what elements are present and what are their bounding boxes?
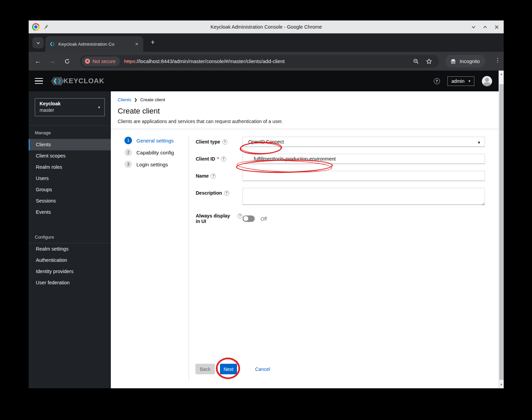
zoom-out-icon[interactable] bbox=[411, 56, 421, 66]
client-type-label: Client type bbox=[196, 139, 220, 145]
sidebar-item-realm-roles[interactable]: Realm roles bbox=[29, 162, 111, 173]
description-label: Description bbox=[196, 190, 222, 196]
create-client-wizard: 1 General settings 2 Capability config 3… bbox=[111, 129, 499, 388]
keycloak-logo-icon bbox=[50, 76, 65, 86]
not-secure-icon: ✕ bbox=[85, 59, 90, 64]
sidebar-item-authentication[interactable]: Authentication bbox=[29, 255, 111, 266]
wizard-step-general-settings[interactable]: 1 General settings bbox=[124, 137, 189, 144]
user-menu-label: admin bbox=[452, 78, 464, 84]
breadcrumb-clients-link[interactable]: Clients bbox=[118, 97, 131, 102]
sidebar-item-user-federation[interactable]: User federation bbox=[29, 277, 111, 288]
not-secure-chip[interactable]: ✕ Not secure bbox=[82, 57, 120, 66]
main-content: Clients ❯ Create client Create client Cl… bbox=[111, 91, 499, 388]
url-rest: ://localhost:8443/admin/master/console/#… bbox=[135, 58, 285, 64]
help-icon[interactable]: ? bbox=[237, 213, 242, 219]
chrome-logo-icon bbox=[32, 23, 40, 31]
help-icon[interactable]: ? bbox=[211, 174, 216, 179]
sidebar: Keycloak master ▾ Manage Clients Client … bbox=[29, 91, 111, 388]
url-scheme: https bbox=[124, 58, 135, 64]
keycloak-wordmark: KEYCLOAK bbox=[63, 77, 104, 85]
realm-selector[interactable]: Keycloak master ▾ bbox=[35, 98, 105, 116]
chevron-down-icon: ▾ bbox=[98, 105, 100, 109]
pin-icon bbox=[43, 24, 48, 29]
page-scrollbar[interactable]: ▲ ▼ bbox=[499, 71, 504, 388]
wizard-actions: Back Next Cancel bbox=[195, 364, 270, 374]
page-title: Create client bbox=[111, 102, 499, 116]
chevron-down-icon: ▾ bbox=[469, 79, 470, 83]
chevron-right-icon: ❯ bbox=[134, 98, 137, 102]
wizard-step-capability-config[interactable]: 2 Capability config bbox=[124, 149, 189, 156]
page-subtitle: Clients are applications and services th… bbox=[111, 116, 499, 124]
chevron-down-icon: ▼ bbox=[477, 140, 481, 145]
browser-window: Keycloak Administration Console - Google… bbox=[29, 20, 504, 388]
realm-name: Keycloak bbox=[40, 101, 100, 106]
new-tab-button[interactable]: + bbox=[148, 38, 158, 47]
back-button[interactable]: Back bbox=[195, 364, 215, 374]
general-settings-form: Client type? OpenID Connect ▼ Client ID*… bbox=[189, 129, 499, 388]
client-id-input[interactable] bbox=[242, 154, 485, 164]
help-icon[interactable]: ? bbox=[434, 78, 440, 84]
realm-current: master bbox=[40, 107, 100, 113]
scrollbar-thumb[interactable] bbox=[499, 84, 504, 380]
scroll-down-icon[interactable]: ▼ bbox=[499, 383, 504, 386]
tab-search-button[interactable] bbox=[32, 37, 44, 48]
reload-icon[interactable] bbox=[62, 56, 72, 66]
wizard-steps: 1 General settings 2 Capability config 3… bbox=[111, 129, 189, 388]
nav-group-manage: Manage bbox=[29, 126, 111, 139]
help-icon[interactable]: ? bbox=[222, 139, 227, 145]
window-close-icon[interactable] bbox=[493, 24, 500, 30]
sidebar-item-realm-settings[interactable]: Realm settings bbox=[29, 243, 111, 255]
breadcrumb: Clients ❯ Create client bbox=[111, 91, 499, 102]
url-text: https://localhost:8443/admin/master/cons… bbox=[124, 58, 285, 64]
browser-menu-icon[interactable]: ⋮ bbox=[493, 57, 502, 64]
nav-group-configure: Configure bbox=[29, 230, 111, 243]
sidebar-item-clients[interactable]: Clients bbox=[29, 139, 111, 150]
sidebar-item-users[interactable]: Users bbox=[29, 173, 111, 184]
always-display-label: Always display in UI bbox=[196, 213, 235, 224]
help-icon[interactable]: ? bbox=[221, 156, 226, 162]
scroll-up-icon[interactable]: ▲ bbox=[499, 73, 504, 76]
incognito-icon bbox=[450, 58, 457, 64]
sidebar-item-events[interactable]: Events bbox=[29, 207, 111, 218]
keycloak-favicon-icon bbox=[49, 41, 55, 47]
window-title: Keycloak Administration Console - Google… bbox=[29, 24, 504, 30]
next-button[interactable]: Next bbox=[220, 364, 237, 374]
browser-toolbar: ← → ✕ Not secure https://localhost:8443/… bbox=[29, 52, 504, 71]
hamburger-menu-icon[interactable] bbox=[35, 78, 43, 84]
cancel-link[interactable]: Cancel bbox=[255, 366, 270, 372]
forward-icon[interactable]: → bbox=[47, 56, 57, 66]
sidebar-item-groups[interactable]: Groups bbox=[29, 184, 111, 195]
breadcrumb-current: Create client bbox=[140, 97, 165, 102]
sidebar-item-client-scopes[interactable]: Client scopes bbox=[29, 150, 111, 162]
incognito-badge: Incognito bbox=[445, 55, 485, 68]
tab-close-icon[interactable]: × bbox=[134, 41, 140, 47]
browser-tab[interactable]: Keycloak Administration Co × bbox=[45, 36, 143, 52]
tab-title: Keycloak Administration Co bbox=[58, 42, 134, 47]
name-input[interactable] bbox=[242, 171, 485, 181]
always-display-toggle[interactable] bbox=[242, 215, 255, 222]
address-bar[interactable]: ✕ Not secure https://localhost:8443/admi… bbox=[80, 55, 439, 68]
bookmark-star-icon[interactable] bbox=[424, 56, 434, 66]
window-maximize-icon[interactable] bbox=[482, 24, 488, 30]
user-menu-dropdown[interactable]: admin ▾ bbox=[447, 76, 474, 86]
window-shade-icon[interactable] bbox=[470, 24, 476, 30]
wizard-step-login-settings[interactable]: 3 Login settings bbox=[124, 161, 189, 168]
name-label: Name bbox=[196, 173, 209, 179]
tab-strip: Keycloak Administration Co × + bbox=[29, 33, 504, 52]
sidebar-item-sessions[interactable]: Sessions bbox=[29, 195, 111, 207]
help-icon[interactable]: ? bbox=[224, 191, 229, 196]
toggle-state-label: Off bbox=[261, 216, 267, 222]
avatar[interactable] bbox=[482, 76, 492, 86]
client-id-label: Client ID bbox=[196, 156, 215, 162]
titlebar: Keycloak Administration Console - Google… bbox=[29, 20, 504, 33]
keycloak-logo[interactable]: KEYCLOAK bbox=[50, 76, 104, 86]
back-icon[interactable]: ← bbox=[33, 56, 43, 66]
sidebar-item-identity-providers[interactable]: Identity providers bbox=[29, 266, 111, 277]
keycloak-masthead: KEYCLOAK ? admin ▾ bbox=[29, 71, 499, 91]
client-type-select[interactable]: OpenID Connect bbox=[242, 137, 485, 147]
description-textarea[interactable] bbox=[242, 188, 485, 205]
